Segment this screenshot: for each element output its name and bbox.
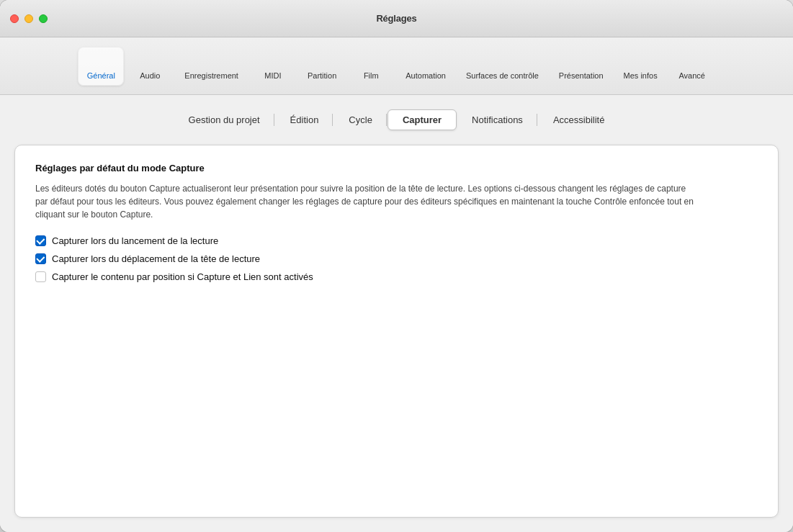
tab-edition[interactable]: Édition bbox=[275, 109, 334, 130]
main-window: Réglages Général Audio bbox=[0, 0, 793, 532]
tab-gestion[interactable]: Gestion du projet bbox=[174, 109, 275, 130]
content-area: Gestion du projet Édition Cycle Capturer… bbox=[0, 95, 793, 532]
checkbox-row-3: Capturer le contenu par position si Capt… bbox=[35, 271, 758, 282]
toolbar-item-mesinfos[interactable]: Mes infos bbox=[615, 47, 666, 86]
toolbar-label-presentation: Présentation bbox=[559, 71, 604, 80]
tab-accessibilite[interactable]: Accessibilité bbox=[538, 109, 620, 130]
toolbar-label-surfaces: Surfaces de contrôle bbox=[466, 71, 539, 80]
toolbar-label-general: Général bbox=[87, 71, 115, 80]
toolbar-item-enregistrement[interactable]: Enregistrement bbox=[176, 47, 247, 86]
tab-notifications[interactable]: Notifications bbox=[457, 109, 538, 130]
toolbar-label-enregistrement: Enregistrement bbox=[184, 71, 238, 80]
toolbar-item-audio[interactable]: Audio bbox=[127, 47, 173, 86]
toolbar-item-surfaces[interactable]: Surfaces de contrôle bbox=[457, 47, 547, 86]
toolbar-item-presentation[interactable]: Présentation bbox=[550, 47, 612, 86]
checkbox-label-1[interactable]: Capturer lors du lancement de la lecture bbox=[52, 235, 218, 246]
minimize-button[interactable] bbox=[24, 14, 33, 23]
toolbar-label-midi: MIDI bbox=[264, 71, 281, 80]
toolbar-item-general[interactable]: Général bbox=[78, 47, 124, 86]
checkbox-label-2[interactable]: Capturer lors du déplacement de la tête … bbox=[52, 253, 260, 264]
title-bar: Réglages bbox=[0, 0, 793, 37]
toolbar-label-mesinfos: Mes infos bbox=[624, 71, 658, 80]
checkbox-row-1: Capturer lors du lancement de la lecture bbox=[35, 235, 758, 246]
panel-title: Réglages par défaut du mode Capture bbox=[35, 163, 758, 173]
toolbar-item-film[interactable]: Film bbox=[348, 47, 394, 86]
checkbox-3[interactable] bbox=[35, 271, 46, 282]
toolbar-label-audio: Audio bbox=[140, 71, 160, 80]
checkbox-label-3[interactable]: Capturer le contenu par position si Capt… bbox=[52, 271, 313, 282]
maximize-button[interactable] bbox=[39, 14, 48, 23]
toolbar-label-partition: Partition bbox=[308, 71, 336, 80]
toolbar: Général Audio Enregistrement bbox=[0, 37, 793, 95]
tabs-bar: Gestion du projet Édition Cycle Capturer… bbox=[14, 109, 779, 130]
checkbox-1[interactable] bbox=[35, 235, 46, 246]
toolbar-item-avance[interactable]: ··· Avancé bbox=[669, 47, 715, 86]
window-controls bbox=[10, 14, 48, 23]
toolbar-label-automation: Automation bbox=[406, 71, 446, 80]
toolbar-item-midi[interactable]: MIDI bbox=[250, 47, 296, 86]
close-button[interactable] bbox=[10, 14, 19, 23]
checkbox-2[interactable] bbox=[35, 253, 46, 264]
panel-description: Les éditeurs dotés du bouton Capture act… bbox=[35, 182, 698, 221]
tab-capturer[interactable]: Capturer bbox=[387, 109, 457, 130]
checkbox-row-2: Capturer lors du déplacement de la tête … bbox=[35, 253, 758, 264]
settings-panel: Réglages par défaut du mode Capture Les … bbox=[14, 145, 779, 518]
window-title: Réglages bbox=[376, 13, 416, 24]
toolbar-label-film: Film bbox=[364, 71, 379, 80]
toolbar-label-avance: Avancé bbox=[678, 71, 705, 80]
tab-cycle[interactable]: Cycle bbox=[333, 109, 387, 130]
toolbar-item-partition[interactable]: Partition bbox=[299, 47, 345, 86]
toolbar-item-automation[interactable]: Automation bbox=[397, 47, 454, 86]
